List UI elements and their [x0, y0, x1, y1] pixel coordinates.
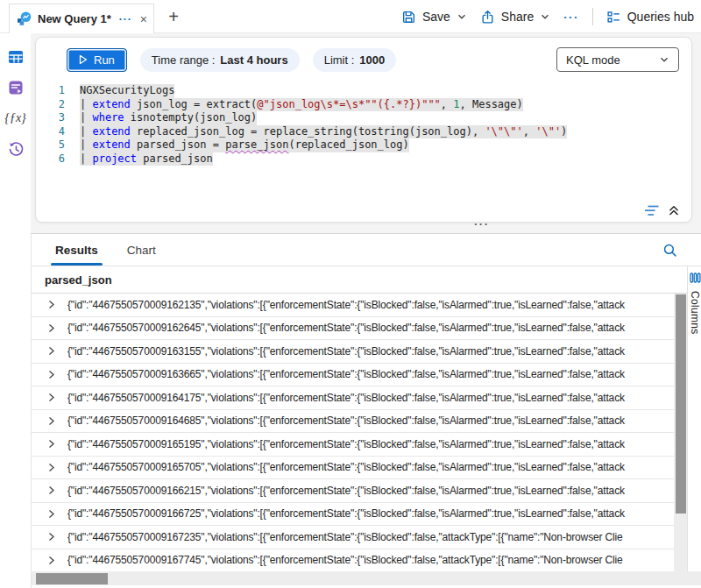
tab-title: New Query 1*	[38, 12, 111, 25]
expand-row-icon[interactable]	[46, 532, 56, 542]
time-range-value: Last 4 hours	[220, 53, 287, 67]
code-text[interactable]: | where isnotempty(json_log)	[80, 111, 257, 125]
expand-row-icon[interactable]	[46, 323, 56, 333]
expand-row-icon[interactable]	[46, 416, 56, 426]
result-row[interactable]: {"id":"4467550570009167745","violations"…	[32, 549, 674, 572]
result-row[interactable]: {"id":"4467550570009164175","violations"…	[32, 386, 674, 410]
result-cell-json: {"id":"4467550570009165195","violations"…	[67, 438, 625, 450]
columns-icon	[690, 273, 701, 283]
play-icon	[79, 54, 88, 65]
expand-row-icon[interactable]	[46, 346, 56, 356]
editor-footer-actions	[644, 204, 680, 216]
query-editor-panel: Run Time range : Last 4 hours Limit : 10…	[35, 37, 692, 223]
tab-chart[interactable]: Chart	[125, 234, 158, 266]
limit-picker[interactable]: Limit : 1000	[313, 48, 397, 72]
expand-row-icon[interactable]	[46, 439, 56, 449]
code-text[interactable]: | project parsed_json	[80, 152, 213, 166]
more-actions-button[interactable]: ···	[563, 11, 579, 24]
query-app-icon	[17, 11, 32, 26]
line-number: 5	[36, 138, 80, 152]
result-row[interactable]: {"id":"4467550570009164685","violations"…	[32, 410, 674, 434]
code-text[interactable]: | extend replaced_json_log = replace_str…	[80, 125, 567, 139]
expand-row-icon[interactable]	[46, 370, 56, 379]
result-row[interactable]: {"id":"4467550570009167235","violations"…	[32, 526, 674, 549]
tab-close-icon[interactable]: ×	[140, 13, 147, 25]
limit-value: 1000	[359, 53, 385, 67]
panel-resize-handle[interactable]: ···	[474, 217, 490, 230]
code-line: 5| extend parsed_json = parse_json(repla…	[36, 138, 691, 152]
top-tab-bar: New Query 1* ··· × + Save	[0, 0, 701, 33]
code-line: 4| extend replaced_json_log = replace_st…	[36, 125, 691, 139]
search-icon[interactable]	[662, 243, 677, 258]
query-mode-select[interactable]: KQL mode	[556, 47, 679, 72]
expand-row-icon[interactable]	[46, 556, 56, 565]
result-row[interactable]: {"id":"4467550570009163665","violations"…	[32, 364, 674, 387]
result-cell-json: {"id":"4467550570009163155","violations"…	[67, 345, 625, 358]
expand-row-icon[interactable]	[46, 300, 56, 309]
result-row[interactable]: {"id":"4467550570009163155","violations"…	[32, 340, 674, 364]
divider	[592, 8, 593, 25]
horizontal-scrollbar-thumb[interactable]	[36, 573, 108, 584]
columns-panel-label: Columns	[689, 291, 701, 334]
result-cell-json: {"id":"4467550570009166215","violations"…	[67, 485, 625, 497]
code-line: 3| where isnotempty(json_log)	[36, 111, 691, 125]
results-grid: {"id":"4467550570009162135","violations"…	[32, 294, 674, 571]
code-line: 1NGXSecurityLogs	[36, 84, 691, 98]
result-cell-json: {"id":"4467550570009166725","violations"…	[67, 507, 625, 520]
horizontal-scrollbar[interactable]	[32, 571, 701, 585]
result-cell-json: {"id":"4467550570009164175","violations"…	[67, 392, 625, 404]
column-header-parsed-json[interactable]: parsed_json	[32, 266, 701, 294]
expand-row-icon[interactable]	[46, 509, 56, 519]
queries-hub-icon	[606, 10, 621, 25]
queries-hub-button[interactable]: Queries hub	[606, 10, 694, 25]
result-row[interactable]: {"id":"4467550570009166215","violations"…	[32, 479, 674, 503]
run-button[interactable]: Run	[67, 48, 127, 72]
collapse-editor-icon[interactable]	[668, 204, 680, 216]
save-icon	[401, 10, 416, 25]
result-cell-json: {"id":"4467550570009165705","violations"…	[67, 461, 625, 473]
result-row[interactable]: {"id":"4467550570009162135","violations"…	[32, 294, 674, 317]
code-line: 6| project parsed_json	[36, 152, 691, 166]
results-tab-bar: Results Chart	[32, 234, 701, 266]
top-actions: Save Share ···	[401, 0, 694, 33]
share-button[interactable]: Share	[480, 10, 550, 25]
expand-row-icon[interactable]	[46, 393, 56, 402]
result-row[interactable]: {"id":"4467550570009166725","violations"…	[32, 503, 674, 527]
left-navigation-rail: {ƒx}	[0, 33, 31, 588]
tab-results[interactable]: Results	[53, 234, 100, 266]
line-number: 3	[36, 111, 80, 125]
share-icon	[480, 10, 495, 25]
filter-rows-icon[interactable]	[644, 205, 660, 216]
connections-table-icon[interactable]	[7, 48, 25, 66]
result-cell-json: {"id":"4467550570009162645","violations"…	[67, 322, 625, 334]
query-toolbar: Run Time range : Last 4 hours Limit : 10…	[36, 38, 691, 72]
expand-row-icon[interactable]	[46, 485, 56, 495]
result-cell-json: {"id":"4467550570009167745","violations"…	[67, 554, 623, 566]
save-chevron-down-icon	[457, 11, 467, 22]
result-row[interactable]: {"id":"4467550570009165705","violations"…	[32, 457, 674, 480]
kql-code-editor[interactable]: 1NGXSecurityLogs 2| extend json_log = ex…	[36, 84, 691, 166]
tab-more-options-icon[interactable]: ···	[119, 13, 132, 25]
functions-icon[interactable]: {ƒx}	[4, 110, 25, 127]
line-number: 1	[36, 84, 80, 98]
code-line: 2| extend json_log = extract(@"json_log\…	[36, 98, 691, 112]
code-text[interactable]: | extend parsed_json = parse_json(replac…	[80, 138, 409, 152]
code-text[interactable]: | extend json_log = extract(@"json_log\s…	[80, 98, 523, 112]
vertical-scrollbar-thumb[interactable]	[676, 294, 686, 514]
code-text[interactable]: NGXSecurityLogs	[80, 84, 174, 98]
expand-row-icon[interactable]	[46, 463, 56, 472]
result-cell-json: {"id":"4467550570009162135","violations"…	[67, 299, 625, 311]
history-icon[interactable]	[7, 140, 25, 158]
columns-side-panel-toggle[interactable]: Columns	[687, 266, 701, 571]
saved-queries-icon[interactable]	[7, 79, 25, 96]
result-row[interactable]: {"id":"4467550570009165195","violations"…	[32, 433, 674, 457]
save-button[interactable]: Save	[401, 10, 467, 25]
line-number: 4	[36, 125, 80, 139]
share-chevron-down-icon	[540, 11, 550, 22]
time-range-picker[interactable]: Time range : Last 4 hours	[140, 48, 300, 72]
query-tab[interactable]: New Query 1* ··· ×	[9, 4, 154, 33]
new-tab-button[interactable]: +	[163, 6, 184, 27]
result-row[interactable]: {"id":"4467550570009162645","violations"…	[32, 317, 674, 341]
result-cell-json: {"id":"4467550570009167235","violations"…	[67, 531, 623, 543]
vertical-scrollbar[interactable]	[674, 294, 687, 571]
